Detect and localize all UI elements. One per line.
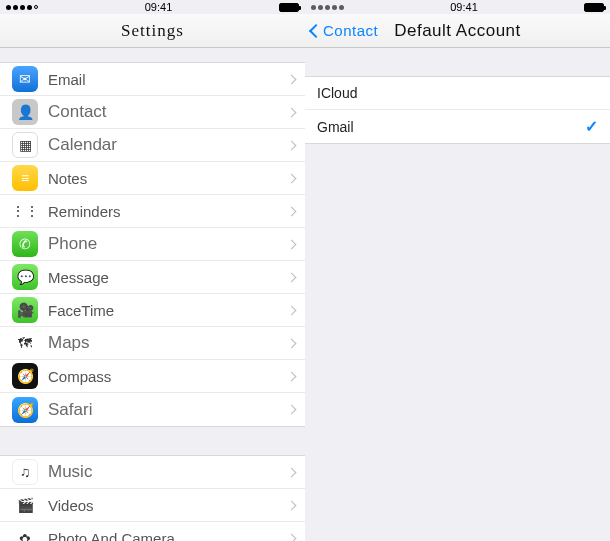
settings-row-facetime[interactable]: 🎥FaceTime (0, 294, 305, 327)
row-label: Photo And Camera (48, 530, 288, 541)
signal-dots-icon (6, 5, 38, 10)
row-label: Notes (48, 170, 288, 187)
row-label: Calendar (48, 135, 288, 155)
detail-list: ICloudGmail✓ (305, 48, 610, 541)
maps-icon: 🗺 (12, 330, 38, 356)
photo-icon: ✿ (12, 526, 38, 542)
compass-icon: 🧭 (12, 363, 38, 389)
row-label: Contact (48, 102, 288, 122)
row-label: FaceTime (48, 302, 288, 319)
message-icon: 💬 (12, 264, 38, 290)
music-icon: ♫ (12, 459, 38, 485)
chevron-right-icon (287, 305, 297, 315)
notes-icon: ≡ (12, 165, 38, 191)
contact-icon: 👤 (12, 99, 38, 125)
phone-icon: ✆ (12, 231, 38, 257)
mail-icon: ✉ (12, 66, 38, 92)
calendar-icon: ▦ (12, 132, 38, 158)
chevron-right-icon (287, 206, 297, 216)
chevron-right-icon (287, 173, 297, 183)
chevron-right-icon (287, 467, 297, 477)
settings-row-photo[interactable]: ✿Photo And Camera (0, 522, 305, 541)
settings-title: Settings (0, 14, 305, 48)
safari-icon: 🧭 (12, 397, 38, 423)
account-row-gmail[interactable]: Gmail✓ (305, 110, 610, 143)
detail-title: Default Account (394, 21, 521, 41)
settings-row-maps[interactable]: 🗺Maps (0, 327, 305, 360)
settings-list[interactable]: ✉Email👤Contact▦Calendar≡Notes⋮⋮Reminders… (0, 48, 305, 541)
settings-row-calendar[interactable]: ▦Calendar (0, 129, 305, 162)
status-time: 09:41 (145, 1, 173, 13)
status-bar-right: 09:41 (305, 0, 610, 14)
chevron-right-icon (287, 107, 297, 117)
chevron-right-icon (287, 74, 297, 84)
chevron-right-icon (287, 500, 297, 510)
videos-icon: 🎬 (12, 492, 38, 518)
settings-row-mail[interactable]: ✉Email (0, 63, 305, 96)
signal-dots-icon (311, 5, 344, 10)
account-label: ICloud (317, 85, 598, 101)
row-label: Reminders (48, 203, 288, 220)
settings-row-videos[interactable]: 🎬Videos (0, 489, 305, 522)
row-label: Music (48, 462, 288, 482)
settings-row-message[interactable]: 💬Message (0, 261, 305, 294)
settings-row-compass[interactable]: 🧭Compass (0, 360, 305, 393)
settings-pane: 09:41 Settings ✉Email👤Contact▦Calendar≡N… (0, 0, 305, 541)
chevron-right-icon (287, 239, 297, 249)
detail-pane: 09:41 Contact Default Account ICloudGmai… (305, 0, 610, 541)
back-label: Contact (323, 22, 378, 39)
account-label: Gmail (317, 119, 585, 135)
row-label: Compass (48, 368, 288, 385)
reminders-icon: ⋮⋮ (12, 198, 38, 224)
row-label: Message (48, 269, 288, 286)
chevron-right-icon (287, 534, 297, 541)
settings-row-music[interactable]: ♫Music (0, 456, 305, 489)
facetime-icon: 🎥 (12, 297, 38, 323)
settings-row-safari[interactable]: 🧭Safari (0, 393, 305, 426)
row-label: Email (48, 71, 288, 88)
row-label: Safari (48, 400, 288, 420)
settings-row-contact[interactable]: 👤Contact (0, 96, 305, 129)
battery-icon (584, 3, 604, 12)
status-time: 09:41 (450, 1, 478, 13)
status-bar-left: 09:41 (0, 0, 305, 14)
checkmark-icon: ✓ (585, 117, 598, 136)
row-label: Phone (48, 234, 288, 254)
chevron-right-icon (287, 371, 297, 381)
row-label: Videos (48, 497, 288, 514)
chevron-right-icon (287, 405, 297, 415)
account-row-icloud[interactable]: ICloud (305, 77, 610, 110)
detail-header: Contact Default Account (305, 14, 610, 48)
battery-icon (279, 3, 299, 12)
chevron-left-icon (309, 23, 323, 37)
settings-row-phone[interactable]: ✆Phone (0, 228, 305, 261)
chevron-right-icon (287, 272, 297, 282)
back-button[interactable]: Contact (311, 22, 378, 39)
chevron-right-icon (287, 140, 297, 150)
chevron-right-icon (287, 338, 297, 348)
row-label: Maps (48, 333, 288, 353)
settings-row-notes[interactable]: ≡Notes (0, 162, 305, 195)
settings-row-reminders[interactable]: ⋮⋮Reminders (0, 195, 305, 228)
